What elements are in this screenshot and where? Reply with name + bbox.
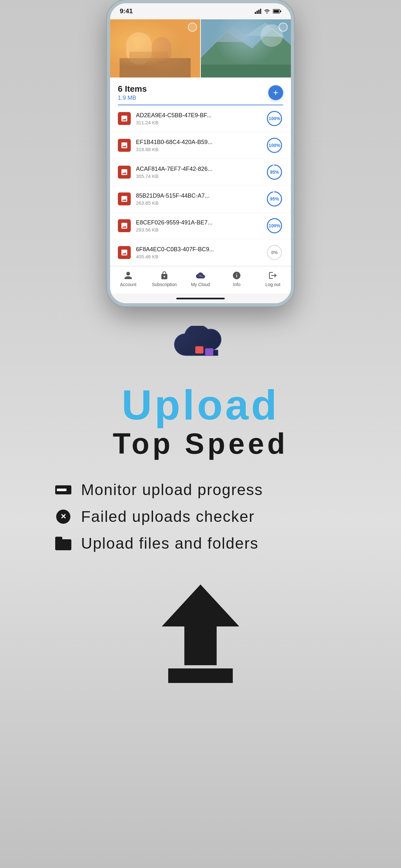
cooking-photo-svg — [110, 20, 200, 78]
nav-mycloud-label: My Cloud — [191, 282, 210, 287]
person-silhouette — [260, 24, 283, 47]
file-info-4: 85B21D9A-515F-44BC-A7... 263.85 KB — [136, 192, 266, 206]
svg-rect-7 — [110, 20, 200, 78]
info-icon — [232, 270, 242, 281]
svg-rect-17 — [201, 65, 291, 78]
file-info-1: AD2EA9E4-C5BB-47E9-BF... 311.24 KB — [136, 112, 266, 125]
progress-circle-6: 0% — [266, 244, 283, 261]
file-name-1: AD2EA9E4-C5BB-47E9-BF... — [136, 112, 266, 119]
feature-monitor-text: Monitor upload progress — [81, 481, 263, 499]
file-info-5: E8CEF026-9559-491A-BE7... 293.56 KB — [136, 219, 266, 232]
lock-icon — [159, 270, 169, 281]
file-size-1: 311.24 KB — [136, 120, 266, 125]
file-size-2: 318.88 KB — [136, 147, 266, 152]
image-icon-2 — [120, 142, 128, 149]
svg-rect-2 — [258, 10, 259, 14]
progress-circle-5: 100% — [266, 217, 283, 235]
image-icon-3 — [120, 168, 128, 176]
progress-label-5: 100% — [266, 217, 283, 235]
nav-subscription-label: Subscription — [152, 282, 177, 287]
logout-icon — [268, 270, 278, 281]
svg-rect-32 — [195, 346, 204, 353]
nav-logout[interactable]: Log out — [255, 270, 291, 287]
feature-list: Monitor upload progress Failed uploads c… — [55, 481, 346, 552]
file-icon-2 — [118, 139, 131, 152]
table-row: AD2EA9E4-C5BB-47E9-BF... 311.24 KB 100% — [110, 105, 291, 132]
file-icon-4 — [118, 192, 131, 206]
svg-rect-6 — [280, 10, 281, 12]
add-button[interactable]: + — [268, 85, 283, 100]
upload-arrow-container — [162, 585, 239, 683]
file-size-4: 263.85 KB — [136, 200, 266, 206]
status-bar: 9:41 — [110, 3, 291, 20]
phone-frame: 9:41 — [107, 0, 294, 306]
progress-label-3: 95% — [266, 163, 283, 181]
progress-label-2: 100% — [266, 136, 283, 154]
file-icon-1 — [118, 112, 131, 125]
svg-rect-9 — [152, 37, 172, 63]
progress-circle-3: 95% — [266, 163, 283, 181]
file-name-2: EF1B41B0-68C4-420A-B59... — [136, 139, 266, 146]
svg-rect-10 — [120, 58, 191, 78]
cloud-logo — [172, 326, 229, 368]
upload-arrow-stem — [184, 626, 217, 665]
photo-mountain — [201, 20, 291, 78]
progress-bar-icon — [55, 484, 71, 496]
file-info-3: ACAF814A-7EF7-4F42-826... 305.74 KB — [136, 166, 266, 179]
nav-account[interactable]: Account — [110, 270, 146, 287]
file-name-3: ACAF814A-7EF7-4F42-826... — [136, 166, 266, 173]
svg-marker-15 — [214, 26, 252, 42]
progress-label-1: 100% — [266, 110, 283, 127]
table-row: 85B21D9A-515F-44BC-A7... 263.85 KB 95% — [110, 186, 291, 213]
progress-circle-2: 100% — [266, 136, 283, 154]
file-size-6: 405.46 KB — [136, 254, 266, 259]
feature-failed: Failed uploads checker — [55, 507, 346, 525]
nav-info[interactable]: Info — [219, 270, 255, 287]
file-info-6: 6F8A4EC0-C0B3-407F-BC9... 405.46 KB — [136, 246, 266, 259]
upload-arrow-head — [162, 585, 239, 626]
folder-icon — [55, 537, 71, 550]
bottom-nav: Account Subscription My Cloud — [110, 266, 291, 293]
svg-rect-0 — [255, 12, 256, 14]
image-icon-5 — [120, 222, 128, 229]
progress-label-6: 0% — [266, 244, 283, 261]
file-icon-3 — [118, 166, 131, 179]
svg-rect-12 — [129, 52, 168, 61]
top-speed-title: Top Speed — [113, 429, 288, 458]
cloud-nav-icon — [195, 270, 206, 281]
image-icon-1 — [120, 115, 128, 122]
file-size-3: 305.74 KB — [136, 174, 266, 179]
app-content: 6 Items 1.9 MB + AD2EA9E4-C5BB-47E9-BF — [110, 78, 291, 303]
svg-rect-31 — [201, 276, 203, 277]
file-info-2: EF1B41B0-68C4-420A-B59... 318.88 KB — [136, 139, 266, 152]
svg-rect-5 — [274, 10, 279, 12]
status-icons — [255, 9, 281, 14]
table-row: E8CEF026-9559-491A-BE7... 293.56 KB 100% — [110, 213, 291, 239]
upload-title: Upload — [122, 384, 280, 426]
wifi-icon — [264, 9, 270, 14]
image-icon-6 — [120, 249, 128, 256]
nav-subscription[interactable]: Subscription — [146, 270, 182, 287]
svg-rect-33 — [205, 348, 213, 356]
nav-logout-label: Log out — [266, 282, 281, 287]
nav-mycloud[interactable]: My Cloud — [182, 270, 219, 287]
image-icon-4 — [120, 195, 128, 203]
feature-files-text: Upload files and folders — [81, 534, 258, 552]
mountain-photo-svg — [201, 20, 291, 78]
photos-section — [110, 20, 291, 78]
progress-label-4: 95% — [266, 190, 283, 208]
upload-arrow-base — [168, 669, 233, 683]
file-header: 6 Items 1.9 MB + — [110, 78, 291, 104]
file-icon-6 — [118, 246, 131, 259]
svg-rect-8 — [126, 32, 152, 65]
file-icon-5 — [118, 219, 131, 232]
feature-monitor: Monitor upload progress — [55, 481, 346, 499]
status-time: 9:41 — [120, 7, 133, 15]
battery-icon — [273, 9, 281, 13]
svg-point-11 — [133, 35, 146, 49]
table-row: EF1B41B0-68C4-420A-B59... 318.88 KB 100% — [110, 132, 291, 159]
progress-circle-1: 100% — [266, 110, 283, 127]
nav-account-label: Account — [120, 282, 136, 287]
svg-rect-1 — [257, 11, 258, 14]
total-size: 1.9 MB — [118, 95, 147, 101]
